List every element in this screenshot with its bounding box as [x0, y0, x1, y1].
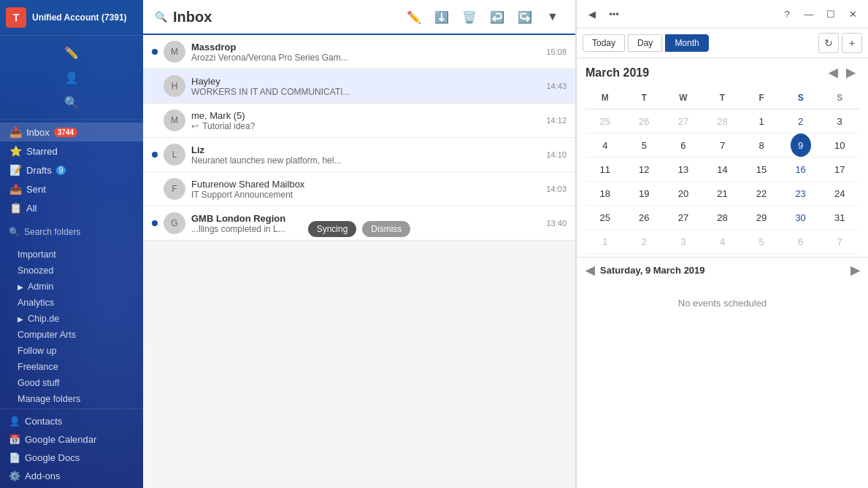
download-toolbar-btn[interactable]: ⬇️ — [431, 6, 453, 28]
calendar-day[interactable]: 12 — [625, 158, 664, 181]
calendar-day[interactable]: 1 — [585, 230, 625, 253]
calendar-day[interactable]: 28 — [703, 109, 742, 133]
calendar-prev-month-button[interactable]: ◀ — [824, 64, 842, 81]
calendar-day[interactable]: 17 — [820, 158, 859, 181]
more-toolbar-btn[interactable]: ▼ — [542, 6, 564, 28]
calendar-day[interactable]: 15 — [742, 158, 781, 181]
email-row[interactable]: G GMB London Region ...llings completed … — [143, 206, 575, 241]
today-view-button[interactable]: Today — [583, 34, 625, 52]
calendar-day[interactable]: 4 — [585, 133, 625, 157]
email-row[interactable]: M Massdrop Arozzi Verona/Verona Pro Seri… — [143, 35, 575, 69]
calendar-day[interactable]: 5 — [625, 133, 664, 157]
sidebar-item-freelance[interactable]: Freelance — [0, 359, 143, 375]
sidebar-search-icon[interactable]: 🔍 — [58, 91, 85, 113]
calendar-day[interactable]: 7 — [820, 230, 859, 253]
calendar-day[interactable]: 19 — [625, 182, 664, 205]
calendar-day[interactable]: 27 — [664, 206, 703, 229]
calendar-day[interactable]: 14 — [703, 158, 742, 181]
sidebar-item-google-calendar[interactable]: 📅 Google Calendar — [0, 430, 143, 449]
search-folders-item[interactable]: 🔍 Search folders — [0, 223, 143, 241]
calendar-day[interactable]: 31 — [820, 206, 859, 229]
calendar-day[interactable]: 18 — [585, 182, 625, 205]
sidebar-item-follow-up[interactable]: Follow up — [0, 343, 143, 359]
sidebar-item-snoozed[interactable]: Snoozed — [0, 263, 143, 279]
calendar-day[interactable]: 16 — [781, 158, 821, 181]
sidebar-item-admin[interactable]: ▶ Admin — [0, 279, 143, 295]
dismiss-button[interactable]: Dismiss — [362, 221, 410, 237]
calendar-day[interactable]: 26 — [625, 206, 664, 229]
month-view-button[interactable]: Month — [665, 34, 708, 52]
calendar-day[interactable]: 26 — [625, 109, 664, 133]
calendar-day[interactable]: 13 — [664, 158, 703, 181]
calendar-day[interactable]: 5 — [742, 230, 781, 253]
sidebar-item-contacts[interactable]: 👤 Contacts — [0, 412, 143, 430]
back-toolbar-btn[interactable]: ↩️ — [486, 6, 508, 28]
calendar-help-icon[interactable]: ? — [777, 4, 796, 23]
email-subject: WORKERS IN IT AND COMMUNICATI... — [191, 87, 540, 97]
calendar-day[interactable]: 3 — [664, 230, 703, 253]
calendar-restore-btn[interactable]: ☐ — [821, 4, 840, 23]
calendar-day[interactable]: 11 — [585, 158, 625, 181]
calendar-day[interactable]: 27 — [664, 109, 703, 133]
calendar-back-nav[interactable]: ◀ — [583, 4, 602, 23]
calendar-day[interactable]: 25 — [585, 109, 625, 133]
calendar-day[interactable]: 10 — [820, 133, 859, 157]
calendar-day[interactable]: 29 — [742, 206, 781, 229]
email-row[interactable]: F Futurenow Shared Mailbox IT Support An… — [143, 172, 575, 206]
calendar-more-nav[interactable]: ••• — [604, 4, 623, 23]
calendar-day[interactable]: 22 — [742, 182, 781, 205]
sidebar-item-good-stuff[interactable]: Good stuff — [0, 375, 143, 391]
calendar-add-button[interactable]: + — [842, 33, 862, 53]
sidebar-item-chip-de[interactable]: ▶ Chip.de — [0, 311, 143, 327]
calendar-refresh-button[interactable]: ↻ — [818, 33, 839, 53]
sidebar-item-drafts[interactable]: 📝 Drafts 9 — [0, 160, 143, 179]
calendar-day[interactable]: 2 — [625, 230, 664, 253]
calendar-day[interactable]: 24 — [820, 182, 859, 205]
calendar-close-btn[interactable]: ✕ — [843, 4, 862, 23]
selected-date-next-btn[interactable]: ▶ — [850, 263, 859, 277]
calendar-day[interactable]: 30 — [781, 206, 821, 229]
calendar-day[interactable]: 4 — [703, 230, 742, 253]
calendar-day[interactable]: 6 — [781, 230, 821, 253]
sidebar-compose-icon[interactable]: ✏️ — [58, 42, 85, 63]
calendar-week: 25 26 27 28 29 30 31 — [585, 206, 859, 230]
day-view-button[interactable]: Day — [628, 34, 662, 52]
edit-toolbar-btn[interactable]: ✏️ — [403, 6, 425, 28]
sidebar-item-analytics[interactable]: Analytics — [0, 295, 143, 311]
chip-chevron-icon: ▶ — [18, 315, 23, 323]
sidebar-item-sent[interactable]: 📤 Sent — [0, 179, 143, 198]
calendar-day[interactable]: 1 — [742, 109, 781, 133]
sidebar-item-all[interactable]: 📋 All — [0, 198, 143, 217]
email-row[interactable]: M me, Mark (5) ↩ Tutorial idea? 14:12 — [143, 104, 575, 138]
sidebar-item-starred[interactable]: ⭐ Starred — [0, 142, 143, 160]
calendar-day[interactable]: 6 — [664, 133, 703, 157]
syncing-button[interactable]: Syncing — [308, 221, 357, 237]
calendar-day[interactable]: 8 — [742, 133, 781, 157]
calendar-day[interactable]: 3 — [820, 109, 859, 133]
calendar-day[interactable]: 7 — [703, 133, 742, 157]
calendar-day[interactable]: 2 — [781, 109, 821, 133]
calendar-day[interactable]: 20 — [664, 182, 703, 205]
calendar-day[interactable]: 28 — [703, 206, 742, 229]
selected-date-prev-btn[interactable]: ◀ — [585, 263, 594, 277]
sidebar-item-computer-arts[interactable]: Computer Arts — [0, 327, 143, 343]
sidebar-item-manage-folders[interactable]: Manage folders — [0, 391, 143, 407]
calendar-day[interactable]: 23 — [781, 182, 821, 205]
sidebar-item-add-ons[interactable]: ⚙️ Add-ons — [0, 467, 143, 485]
calendar-week: 4 5 6 7 8 9 10 — [585, 133, 859, 158]
google-docs-icon: 📄 — [9, 452, 20, 463]
calendar-next-month-button[interactable]: ▶ — [842, 64, 859, 81]
calendar-minimize-btn[interactable]: — — [799, 4, 818, 23]
inbox-search-icon[interactable]: 🔍 — [155, 11, 167, 23]
calendar-today[interactable]: 9 — [791, 133, 811, 157]
sidebar-item-google-docs[interactable]: 📄 Google Docs — [0, 449, 143, 467]
email-row[interactable]: L Liz Neuranet launches new platform, he… — [143, 138, 575, 172]
sidebar-item-inbox[interactable]: 📥 Inbox 3744 — [0, 123, 143, 142]
delete-toolbar-btn[interactable]: 🗑️ — [458, 6, 480, 28]
forward-toolbar-btn[interactable]: ↪️ — [514, 6, 536, 28]
sidebar-people-icon[interactable]: 👤 — [58, 66, 85, 88]
sidebar-item-important[interactable]: Important — [0, 247, 143, 263]
calendar-day[interactable]: 21 — [703, 182, 742, 205]
calendar-day[interactable]: 25 — [585, 206, 625, 229]
email-row[interactable]: H Hayley WORKERS IN IT AND COMMUNICATI..… — [143, 69, 575, 104]
